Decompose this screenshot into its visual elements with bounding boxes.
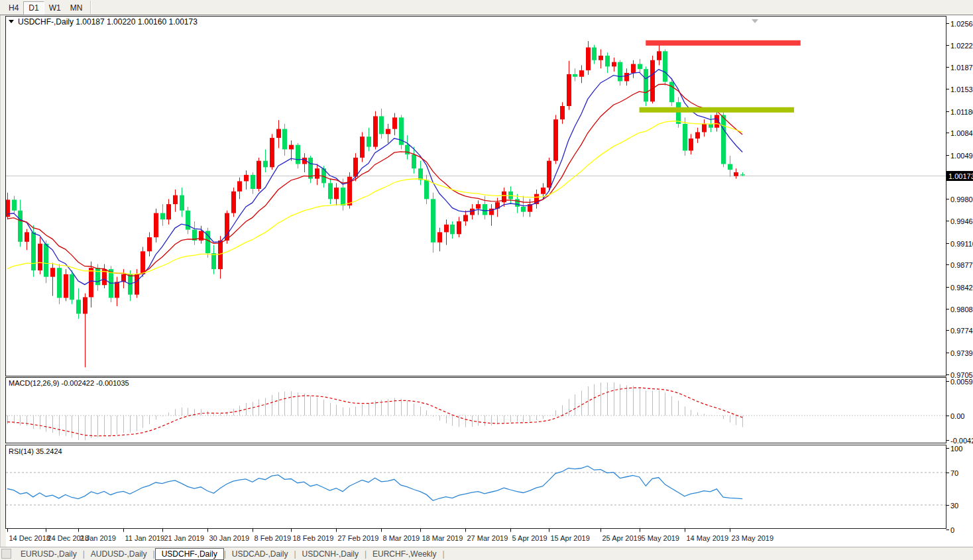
candle-body (270, 138, 274, 167)
candle-body (328, 183, 333, 199)
candle-body (231, 192, 236, 213)
rsi-pane[interactable] (6, 445, 946, 529)
chart-tab-bar: EURUSD-,Daily|AUDUSD-,Daily|USDCHF-,Dail… (0, 547, 973, 560)
candle-body (663, 51, 667, 82)
candle-body (444, 225, 449, 233)
candle-body (579, 70, 584, 77)
main-chart-pane[interactable] (6, 17, 946, 376)
date-tick-label: 18 Feb 2019 (293, 534, 334, 542)
rsi-label: RSI(14) 35.2424 (9, 447, 62, 455)
candle-body (289, 145, 294, 150)
chart-tab-eurusd[interactable]: EURUSD-,Daily (15, 549, 83, 559)
candle-body (166, 204, 171, 219)
candle-body (18, 211, 23, 242)
date-tick-label: 18 Mar 2019 (422, 534, 463, 542)
candle-body (353, 158, 358, 177)
candle-body (251, 175, 255, 189)
candle-body (282, 129, 287, 150)
date-tick-label: 23 May 2019 (732, 534, 774, 542)
candle-body (437, 232, 442, 242)
candle-body (683, 124, 687, 150)
macd-tick-label: 0.00 (950, 412, 964, 420)
candle-body (483, 204, 487, 215)
rsi-tick-label: 0 (950, 526, 954, 534)
price-tick-label: 1.00840 (950, 129, 973, 137)
candle-body (541, 188, 545, 194)
candle-body (83, 297, 87, 313)
candle-body (296, 145, 300, 164)
chart-canvas[interactable]: USDCHF-,Daily 1.00187 1.00220 1.00160 1.… (0, 0, 973, 560)
candle-body (418, 168, 423, 180)
candle-body (360, 137, 365, 158)
candle-body (392, 117, 397, 129)
price-tick-label: 0.99110 (950, 240, 973, 248)
support-level-bar[interactable] (640, 107, 795, 113)
candle-body (476, 204, 481, 209)
date-tick-label: 15 Apr 2019 (551, 534, 590, 542)
date-tick-label: 5 May 2019 (642, 534, 679, 542)
candle-body (180, 196, 184, 211)
candle-body (599, 56, 603, 60)
candle-body (12, 199, 17, 210)
candle-body (141, 251, 145, 274)
date-tick-label: 8 Feb 2019 (255, 534, 292, 542)
price-axis: 1.025601.022201.018701.015301.011801.008… (946, 20, 973, 379)
candle-body (721, 115, 726, 164)
candle-body (405, 145, 410, 154)
chart-tab-usdchf[interactable]: USDCHF-,Daily (155, 548, 224, 560)
candle-body (386, 129, 390, 135)
price-tick-label: 0.99800 (950, 196, 973, 203)
price-tick-label: 0.98080 (950, 306, 973, 313)
candle-body (373, 116, 378, 146)
candle-body (612, 62, 616, 67)
timeframe-button-mn[interactable]: MN (66, 2, 87, 14)
candle-body (160, 213, 165, 220)
candle-body (676, 102, 681, 124)
price-tick-label: 1.00490 (950, 152, 973, 160)
current-price-tag-label: 1.00173 (948, 172, 973, 180)
candle-body (689, 139, 693, 150)
candle-body (115, 282, 119, 298)
chart-tab-usdcad[interactable]: USDCAD-,Daily (226, 549, 294, 559)
chart-title: USDCHF-,Daily 1.00187 1.00220 1.00160 1.… (18, 17, 198, 27)
toolbar-separator (90, 1, 91, 14)
date-tick-label: 5 Apr 2019 (512, 534, 547, 542)
date-axis: 14 Dec 201824 Dec 20182 Jan 201911 Jan 2… (8, 529, 774, 543)
rsi-tick-label: 100 (950, 445, 962, 453)
candle-body (70, 274, 74, 300)
date-tick-label: 8 Mar 2019 (383, 534, 420, 542)
candle-body (50, 268, 55, 276)
candle-body (89, 268, 93, 297)
macd-pane[interactable] (6, 378, 946, 443)
price-tick-label: 0.99460 (950, 217, 973, 225)
candle-body (154, 213, 158, 238)
price-tick-label: 1.02560 (950, 20, 973, 28)
price-tick-label: 0.97390 (950, 349, 973, 357)
timeframe-button-d1[interactable]: D1 (23, 1, 44, 15)
candle-body (431, 199, 435, 242)
candle-body (618, 62, 622, 82)
candle-body (315, 168, 319, 178)
candle-body (457, 221, 461, 234)
date-tick-label: 27 Feb 2019 (338, 534, 379, 542)
rsi-tick-label: 30 (950, 502, 958, 510)
candle-body (31, 232, 36, 270)
macd-label: MACD(12,26,9) -0.002422 -0.001035 (9, 379, 129, 387)
timeframe-button-h4[interactable]: H4 (4, 2, 23, 14)
candle-body (128, 274, 133, 295)
candle-body (709, 124, 713, 128)
candle-body (244, 175, 249, 182)
chart-tab-eurchf[interactable]: EURCHF-,Weekly (367, 549, 442, 559)
candle-body (276, 129, 281, 138)
candle-body (592, 48, 597, 60)
price-tick-label: 0.98770 (950, 261, 973, 269)
candle-body (25, 232, 29, 241)
resistance-level-bar[interactable] (646, 40, 801, 46)
date-tick-label: 21 Jan 2019 (164, 534, 205, 542)
chart-tab-audusd[interactable]: AUDUSD-,Daily (85, 549, 153, 559)
candle-body (257, 161, 261, 189)
chart-tab-usdcnh[interactable]: USDCNH-,Daily (296, 549, 365, 559)
tab-scroll-button[interactable] (1, 549, 11, 559)
candle-body (135, 274, 139, 295)
timeframe-button-w1[interactable]: W1 (44, 2, 66, 14)
